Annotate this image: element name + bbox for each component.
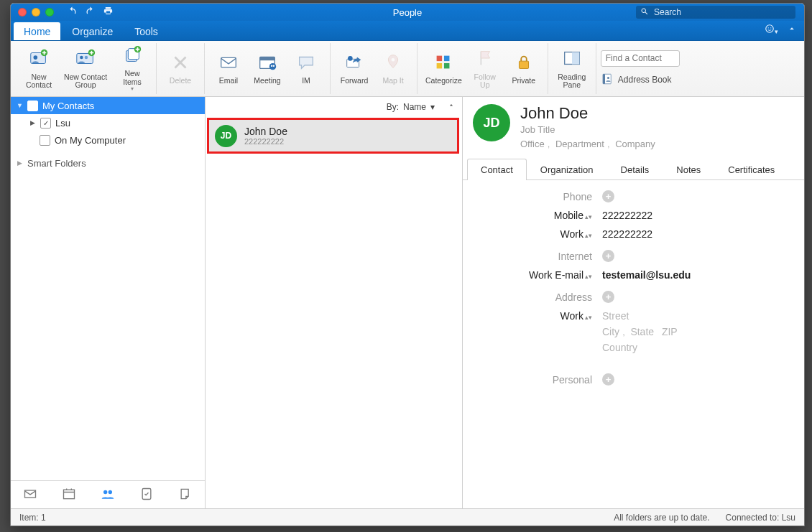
new-contact-group-button[interactable]: New Contact Group [58, 46, 113, 90]
company-field[interactable]: Company [615, 139, 655, 149]
im-button[interactable]: IM [287, 50, 326, 87]
add-personal-button[interactable]: + [602, 373, 614, 386]
svg-rect-28 [572, 52, 579, 65]
svg-point-18 [273, 65, 274, 67]
smiley-icon[interactable]: ▾ [765, 24, 778, 36]
avatar: JD [215, 125, 237, 147]
detail-pane: JD John Doe Job Title Office, Department… [463, 97, 804, 508]
add-internet-button[interactable]: + [602, 250, 614, 262]
private-button[interactable]: Private [504, 50, 543, 87]
svg-point-1 [768, 27, 769, 28]
chevron-down-icon: ▾ [430, 102, 435, 112]
tab-organization[interactable]: Organization [527, 159, 607, 180]
forward-icon [343, 52, 365, 75]
svg-point-31 [607, 77, 609, 79]
svg-rect-26 [519, 61, 528, 68]
tab-certificates[interactable]: Certificates [714, 159, 788, 180]
zoom-window-button[interactable] [45, 8, 54, 17]
search-box[interactable] [636, 6, 795, 19]
minimize-window-button[interactable] [32, 8, 40, 17]
updown-icon[interactable]: ▴▾ [585, 234, 592, 238]
calendar-icon [257, 52, 278, 75]
new-contact-button[interactable]: New Contact [19, 46, 58, 90]
country-field[interactable]: Country [602, 342, 678, 353]
svg-point-0 [766, 25, 774, 33]
email-button[interactable]: Email [209, 50, 248, 87]
titlebar: People [11, 4, 804, 21]
detail-header: JD John Doe Job Title Office, Department… [463, 97, 804, 154]
work-email-value[interactable]: testemail@lsu.edu [602, 269, 691, 281]
svg-rect-33 [64, 490, 75, 499]
map-pin-icon [382, 52, 404, 75]
close-window-button[interactable] [18, 8, 27, 17]
svg-rect-25 [444, 63, 450, 69]
tasks-view-icon[interactable] [139, 487, 154, 503]
undo-icon[interactable] [67, 6, 78, 19]
sort-ascending-icon[interactable] [448, 102, 455, 112]
zip-field[interactable]: ZIP [662, 326, 678, 337]
updown-icon[interactable]: ▴▾ [585, 316, 592, 319]
checkbox[interactable] [40, 135, 50, 146]
add-phone-button[interactable]: + [602, 190, 614, 202]
mobile-phone-value[interactable]: 222222222 [602, 210, 652, 221]
detail-tabs: Contact Organization Details Notes Certi… [463, 158, 804, 180]
delete-button[interactable]: Delete [161, 50, 200, 87]
contact-list-item[interactable]: JD John Doe 222222222 [207, 118, 459, 154]
tab-home[interactable]: Home [14, 22, 60, 40]
envelope-icon [218, 52, 239, 75]
job-title-field[interactable]: Job Title [520, 124, 555, 135]
section-personal: Personal [470, 374, 602, 386]
checkbox[interactable]: ✓ [40, 118, 51, 129]
avatar: JD [473, 104, 510, 141]
mail-view-icon[interactable] [23, 487, 37, 503]
office-field[interactable]: Office [520, 139, 545, 149]
meeting-button[interactable]: Meeting [248, 50, 287, 87]
person-plus-icon [28, 47, 50, 71]
tab-notes[interactable]: Notes [663, 159, 714, 180]
svg-rect-24 [437, 63, 443, 69]
add-address-button[interactable]: + [602, 291, 614, 303]
reading-pane-button[interactable]: Reading Pane [553, 46, 591, 90]
collapse-ribbon-icon[interactable] [787, 24, 797, 36]
forward-button[interactable]: Forward [335, 50, 374, 87]
find-contact-input[interactable] [601, 50, 680, 67]
department-field[interactable]: Department [555, 139, 604, 149]
map-it-button[interactable]: Map It [374, 50, 412, 87]
tab-details[interactable]: Details [607, 159, 663, 180]
updown-icon[interactable]: ▴▾ [585, 215, 592, 219]
sidebar-item-lsu[interactable]: ▶ ✓ Lsu [11, 114, 205, 131]
tab-tools[interactable]: Tools [124, 22, 168, 40]
svg-point-7 [80, 56, 83, 60]
svg-point-4 [34, 56, 38, 60]
people-view-icon[interactable] [101, 487, 115, 503]
sidebar-item-on-my-computer[interactable]: On My Computer [11, 131, 205, 149]
reading-pane-icon [561, 47, 583, 71]
svg-rect-32 [25, 490, 36, 498]
state-field[interactable]: State [630, 326, 654, 337]
checkbox[interactable] [27, 101, 38, 111]
list-sort-header[interactable]: By: Name ▾ [206, 97, 462, 116]
chevron-down-icon: ▼ [17, 102, 23, 109]
contact-full-name[interactable]: John Doe [520, 104, 655, 123]
connection-status: Connected to: Lsu [726, 513, 795, 523]
tab-contact[interactable]: Contact [467, 159, 527, 180]
work-phone-value[interactable]: 222222222 [602, 228, 652, 240]
group-plus-icon [75, 47, 96, 71]
redo-icon[interactable] [85, 6, 96, 19]
sidebar-item-smart-folders[interactable]: ▶ Smart Folders [11, 154, 205, 172]
sidebar-item-my-contacts[interactable]: ▼ My Contacts [11, 97, 205, 114]
search-input[interactable] [652, 6, 791, 18]
categorize-button[interactable]: Categorize [422, 50, 466, 87]
address-book-icon [601, 73, 614, 88]
tab-organize[interactable]: Organize [62, 22, 123, 40]
follow-up-button[interactable]: Follow Up [466, 46, 504, 90]
calendar-view-icon[interactable] [62, 487, 76, 503]
street-field[interactable]: Street [602, 310, 678, 322]
print-icon[interactable] [103, 6, 114, 19]
categorize-icon [433, 52, 454, 75]
updown-icon[interactable]: ▴▾ [585, 275, 592, 279]
address-book-button[interactable]: Address Book [601, 73, 672, 88]
notes-view-icon[interactable] [178, 487, 193, 503]
new-items-button[interactable]: New Items ▾ [113, 43, 152, 94]
city-field[interactable]: City [602, 326, 619, 337]
